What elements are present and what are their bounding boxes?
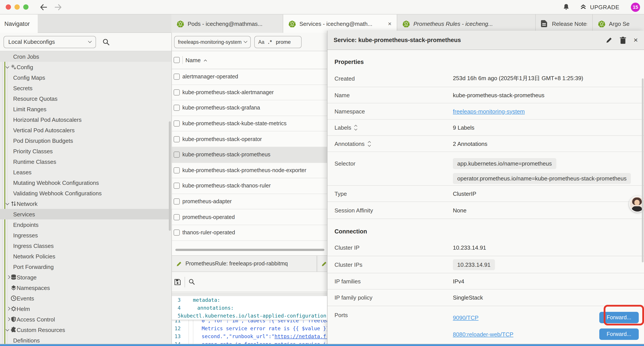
tree-item[interactable]: Cron Jobs bbox=[0, 51, 172, 62]
table-row[interactable]: kube-prometheus-stack-operator bbox=[172, 132, 327, 147]
namespace-select[interactable]: freeleaps-monitoring-system bbox=[174, 36, 251, 48]
forward-button[interactable]: Forward... bbox=[599, 312, 639, 323]
app-tab[interactable]: Release Notes × bbox=[536, 14, 593, 33]
tree-item[interactable]: Helm bbox=[0, 304, 172, 314]
close-tab-icon[interactable]: × bbox=[388, 20, 392, 27]
app-tab[interactable]: Services - icecheng@math... × bbox=[283, 14, 397, 33]
tree-item[interactable]: Leases bbox=[0, 167, 172, 177]
tree-item[interactable]: Vertical Pod Autoscalers bbox=[0, 125, 172, 135]
row-checkbox[interactable] bbox=[174, 167, 180, 173]
forward-button[interactable]: Forward... bbox=[599, 329, 639, 340]
zoom-window-button[interactable] bbox=[23, 4, 28, 10]
app-tab[interactable]: Argo Se × bbox=[593, 14, 644, 33]
tree-item[interactable]: Port Forwarding bbox=[0, 262, 172, 272]
editor-search-icon[interactable] bbox=[188, 279, 195, 285]
app-tab[interactable]: Prometheus Rules - icecheng... × bbox=[397, 14, 536, 33]
editor-tab-partial[interactable] bbox=[318, 256, 327, 272]
tree-item[interactable]: Horizontal Pod Autoscalers bbox=[0, 114, 172, 125]
sidebar-scrollbar[interactable] bbox=[169, 121, 171, 231]
table-row[interactable]: alertmanager-operated bbox=[172, 69, 327, 85]
code-line: 5 kubectl.kubernetes.io/last-applied-con… bbox=[172, 312, 327, 320]
tree-item[interactable]: Pod Disruption Budgets bbox=[0, 135, 172, 146]
tree-item[interactable]: Definitions bbox=[0, 335, 172, 344]
tree-item[interactable]: Access Control bbox=[0, 314, 172, 325]
yaml-editor[interactable]: 3 metadata: 4 annotations: 5 kubectl.kub… bbox=[172, 296, 327, 344]
tree-item[interactable]: Namespaces bbox=[0, 283, 172, 293]
upgrade-button[interactable]: UPGRADE bbox=[580, 3, 620, 10]
row-checkbox[interactable] bbox=[174, 105, 180, 111]
sort-ascending-icon[interactable] bbox=[204, 59, 207, 62]
row-checkbox[interactable] bbox=[174, 74, 180, 80]
tree-item[interactable]: Services bbox=[0, 209, 172, 219]
horizontal-scrollbar[interactable] bbox=[175, 249, 324, 251]
row-checkbox[interactable] bbox=[174, 183, 180, 189]
tree-item[interactable]: Limit Ranges bbox=[0, 104, 172, 114]
tree-item[interactable]: Ingress Classes bbox=[0, 240, 172, 251]
port-link[interactable]: 8080:reloader-web/TCP bbox=[453, 331, 513, 338]
table-row[interactable]: prometheus-adapter bbox=[172, 194, 327, 210]
table-row[interactable]: prometheus-operated bbox=[172, 210, 327, 225]
row-checkbox[interactable] bbox=[174, 120, 180, 127]
tree-item[interactable]: Custom Resources bbox=[0, 325, 172, 335]
table-row[interactable]: thanos-ruler-operated bbox=[172, 225, 327, 241]
minimize-window-button[interactable] bbox=[14, 4, 20, 10]
edit-pencil-icon[interactable] bbox=[606, 37, 612, 43]
tree-item[interactable]: Config bbox=[0, 62, 172, 72]
select-all-checkbox[interactable] bbox=[174, 57, 180, 63]
tree-item[interactable]: Priority Classes bbox=[0, 146, 172, 156]
close-drawer-icon[interactable]: × bbox=[634, 36, 638, 44]
forward-button[interactable] bbox=[54, 4, 62, 10]
delete-trash-icon[interactable] bbox=[620, 36, 626, 43]
kubeconfig-select[interactable]: Local Kubeconfigs bbox=[4, 36, 96, 48]
pencil-icon bbox=[176, 261, 182, 267]
back-button[interactable] bbox=[40, 4, 47, 10]
tree-item[interactable]: Resource Quotas bbox=[0, 93, 172, 104]
row-checkbox[interactable] bbox=[174, 198, 180, 205]
table-row[interactable]: kube-prometheus-stack-prometheus bbox=[172, 147, 327, 163]
row-checkbox[interactable] bbox=[174, 152, 180, 158]
app-tab[interactable]: Pods - icecheng@mathmas... × bbox=[172, 14, 283, 33]
tree-item[interactable]: Ingresses bbox=[0, 230, 172, 240]
row-checkbox[interactable] bbox=[174, 89, 180, 95]
regex-icon[interactable]: .* bbox=[268, 39, 272, 45]
app-tabs: Pods - icecheng@mathmas... × Services - … bbox=[172, 14, 644, 33]
tree-item[interactable]: Mutating Webhook Configurations bbox=[0, 177, 172, 188]
table-row[interactable]: kube-prometheus-stack-prometheus-node-ex… bbox=[172, 163, 327, 178]
close-window-button[interactable] bbox=[6, 4, 11, 10]
expand-collapse-icon[interactable] bbox=[368, 141, 370, 146]
tree-item[interactable]: Events bbox=[0, 293, 172, 304]
tree-item[interactable]: Network Policies bbox=[0, 251, 172, 262]
port-link[interactable]: 9090/TCP bbox=[453, 314, 478, 321]
row-checkbox[interactable] bbox=[174, 230, 180, 236]
match-case-icon[interactable]: Aa bbox=[258, 39, 264, 44]
row-checkbox[interactable] bbox=[174, 214, 180, 220]
notifications-bell-icon[interactable] bbox=[562, 3, 570, 11]
table-row[interactable]: kube-prometheus-stack-alertmanager bbox=[172, 85, 327, 100]
editor-tab[interactable]: PrometheusRule: freeleaps-prod-rabbitmq bbox=[172, 256, 317, 272]
drawer-scrollbar[interactable] bbox=[642, 78, 644, 262]
code-url-link[interactable]: https://netdata.freeleaps bbox=[274, 333, 327, 339]
tree-item[interactable]: Runtime Classes bbox=[0, 156, 172, 167]
editor-margin bbox=[172, 293, 327, 296]
namespace-link[interactable]: freeleaps-monitoring-system bbox=[453, 108, 525, 114]
tab-navigator[interactable]: Navigator bbox=[0, 14, 38, 33]
app-window: UPGRADE 15 Navigator Pods - icecheng@mat… bbox=[0, 0, 644, 346]
tree-item[interactable]: Secrets bbox=[0, 83, 172, 93]
search-icon[interactable] bbox=[102, 38, 110, 45]
filter-input[interactable] bbox=[276, 39, 296, 45]
tree-item[interactable]: Endpoints bbox=[0, 219, 172, 230]
expand-collapse-icon[interactable] bbox=[355, 125, 357, 130]
tree-item-label: Ingresses bbox=[13, 232, 38, 239]
name-column-header[interactable]: Name bbox=[186, 57, 200, 63]
tree-item[interactable]: Storage bbox=[0, 272, 172, 283]
notification-count-badge[interactable]: 15 bbox=[631, 2, 640, 11]
table-row[interactable]: kube-prometheus-stack-grafana bbox=[172, 100, 327, 116]
table-row[interactable]: kube-prometheus-stack-kube-state-metrics bbox=[172, 116, 327, 132]
tree-item[interactable]: Network bbox=[0, 198, 172, 209]
table-row[interactable]: kube-prometheus-stack-thanos-ruler bbox=[172, 178, 327, 194]
row-checkbox[interactable] bbox=[174, 136, 180, 142]
tree-item[interactable]: Validating Webhook Configurations bbox=[0, 188, 172, 198]
tree-item[interactable]: Config Maps bbox=[0, 72, 172, 83]
save-icon[interactable] bbox=[174, 278, 181, 285]
property-row-session-affinity: Session Affinity None bbox=[328, 201, 644, 219]
